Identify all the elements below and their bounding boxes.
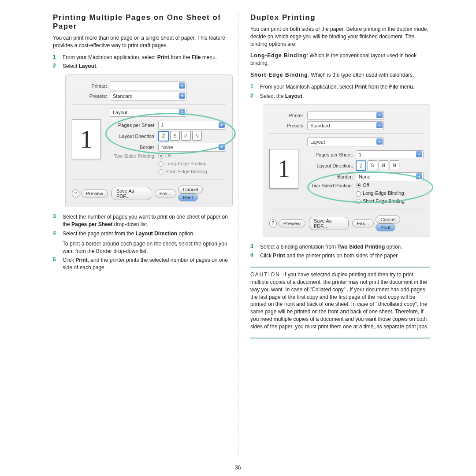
left-step5: Click Print, and the printer prints the … [63,257,233,271]
step-number-1: 1 [53,54,63,61]
step-number-2r: 2 [250,93,260,100]
chevron-updown-icon: ▾ [179,93,185,99]
direction-option-1[interactable]: Z [356,160,366,171]
long-binding-desc: Long-Edge Binding: Which is the conventi… [250,52,430,67]
label-presets: Presets: [269,123,305,128]
print-button[interactable]: Print [376,223,395,231]
right-step4: Click Print and the printer prints on bo… [260,252,430,260]
direction-option-3[interactable]: И [379,160,388,170]
pages-per-sheet-select[interactable]: 1▾ [356,150,424,159]
page-number: 36 [0,465,476,471]
caution-separator-top [250,267,430,268]
highlight-ellipse [307,171,433,203]
layout-preview: 1 [72,119,101,159]
layout-direction-options[interactable]: Z S И N [356,160,399,171]
fax-button[interactable]: Fax... [352,219,374,227]
left-heading: Printing Multiple Pages on One Sheet of … [53,13,233,31]
caution-separator-bottom [250,338,430,338]
preview-number: 1 [278,155,290,183]
pps-value: 1 [359,152,361,157]
presets-value: Standard [113,93,133,99]
caution-box: CAUTION: If you have selected duplex pri… [250,271,430,330]
print-button[interactable]: Print [178,193,198,201]
presets-select[interactable]: Standard▾ [307,121,384,130]
right-step1: From your Macintosh application, select … [260,83,430,91]
preview-button[interactable]: Preview [81,190,108,197]
two-sided-short: Short Edge Binding [158,168,226,176]
left-step4: Select the page order from the Layout Di… [63,230,233,255]
presets-select[interactable]: Standard▾ [110,92,186,100]
label-two-sided: Two Sided Printing: [107,153,156,159]
label-presets: Presets: [72,93,107,99]
step-number-1r: 1 [250,83,260,91]
direction-option-2[interactable]: S [368,160,377,170]
step-number-5: 5 [53,257,63,271]
layout-preview: 1 [269,149,298,189]
cancel-button[interactable]: Cancel [178,186,203,193]
caution-text: : If you have selected duplex printing a… [250,271,428,330]
chevron-updown-icon: ▾ [179,82,185,89]
right-heading: Duplex Printing [250,13,430,22]
panel-value: Layout [310,139,325,145]
direction-option-4[interactable]: N [390,160,399,170]
left-column: Printing Multiple Pages on One Sheet of … [53,13,233,342]
preview-number: 1 [80,125,93,153]
right-column: Duplex Printing You can print on both si… [250,13,430,342]
right-step3: Select a binding orientation from Two Si… [260,243,430,251]
save-as-pdf-button[interactable]: Save As PDF... [112,187,151,200]
label-layout-direction: Layout Direction: [305,163,353,168]
two-sided-long: Long-Edge Binding [158,160,226,168]
label-printer: Printer: [269,113,305,118]
step-number-4: 4 [53,230,63,255]
chevron-updown-icon: ▾ [376,112,383,118]
label-printer: Printer: [72,83,107,89]
preview-button[interactable]: Preview [279,219,305,227]
save-as-pdf-button[interactable]: Save As PDF... [309,217,349,230]
left-step4-extra: To print a border around each page on th… [63,240,233,255]
left-step1: From your Macintosh application, select … [63,54,233,61]
panel-value: Layout [113,110,127,115]
chevron-updown-icon: ▾ [376,138,383,145]
chevron-updown-icon: ▾ [376,122,383,128]
step-number-3: 3 [53,213,63,228]
label-pages-per-sheet: Pages per Sheet: [305,152,353,157]
right-step2: Select the Layout. [260,93,430,100]
left-step3: Select the number of pages you want to p… [63,213,233,228]
left-step2: Select Layout. [63,63,233,70]
help-icon[interactable]: ? [269,219,277,227]
print-dialog-right: Printer: ▾ Presets: Standard▾ Layout▾ 1 … [263,104,430,237]
column-divider [238,13,238,458]
short-binding-desc: Short-Edge Binding: Which is the type of… [250,71,430,79]
left-intro: You can print more than one page on a si… [53,34,233,49]
step-number-4r: 4 [250,252,260,260]
step-number-2: 2 [53,63,63,70]
print-dialog-left: Printer: ▾ Presets: Standard▾ Layout▾ 1 … [65,74,233,207]
presets-value: Standard [310,123,330,128]
printer-select[interactable]: ▾ [110,82,186,90]
step-number-3r: 3 [250,243,260,251]
caution-label: CAUTION [250,271,280,278]
right-intro: You can print on both sides of the paper… [250,26,430,48]
help-icon[interactable]: ? [72,190,79,197]
panel-select[interactable]: Layout▾ [307,138,384,146]
printer-select[interactable]: ▾ [307,111,384,120]
fax-button[interactable]: Fax... [155,190,177,197]
highlight-ellipse [105,113,236,154]
chevron-updown-icon: ▾ [416,151,422,157]
cancel-button[interactable]: Cancel [376,216,400,223]
